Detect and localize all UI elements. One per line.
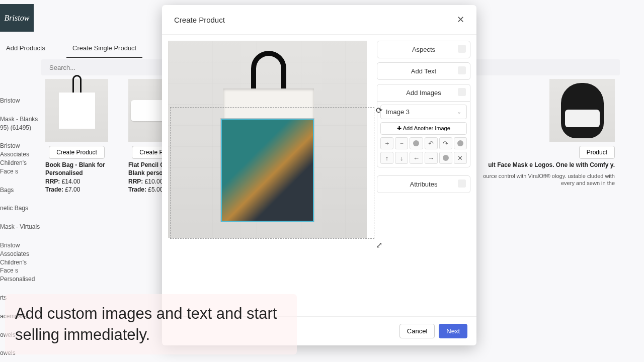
product-thumb[interactable]: [549, 79, 615, 142]
next-button[interactable]: Next: [439, 324, 467, 338]
design-canvas[interactable]: ⟳ ⤢: [168, 41, 367, 238]
product-title: ult Face Mask e Logos. One le with Comfy…: [469, 161, 615, 169]
create-product-button[interactable]: Product: [579, 146, 615, 159]
sidebar-item[interactable]: Bristow Associates Children's Face s: [0, 142, 41, 175]
chevron-down-icon: ⌄: [457, 109, 461, 115]
product-card: Create Product Book Bag - Blank for Pers…: [45, 79, 108, 193]
product-title: Book Bag - Blank for Personalised: [45, 161, 108, 177]
preset-icon[interactable]: [454, 137, 467, 149]
rotate-right-icon[interactable]: ↷: [439, 137, 452, 149]
camera-icon: [458, 88, 466, 96]
create-product-button[interactable]: Create Product: [49, 146, 105, 159]
preset-icon[interactable]: [410, 137, 423, 149]
product-card: Product ult Face Mask e Logos. One le wi…: [469, 79, 615, 187]
cancel-button[interactable]: Cancel: [399, 324, 435, 338]
product-rrp: RRP: £14.00: [45, 178, 108, 185]
sidebar-item[interactable]: Mask - Blanks 95) (61495): [0, 115, 41, 132]
tab-add-products[interactable]: Add Products: [0, 39, 51, 58]
brand-text: Bristow: [5, 14, 30, 23]
add-images-header[interactable]: Add Images: [377, 84, 470, 102]
sidebar-item[interactable]: Bristow: [0, 97, 41, 105]
delete-icon[interactable]: ✕: [454, 152, 467, 164]
move-up-icon[interactable]: ↑: [380, 152, 393, 164]
tab-create-single[interactable]: Create Single Product: [66, 39, 142, 58]
modal-header: Create Product ✕: [162, 5, 476, 35]
camera-icon: [458, 45, 466, 53]
resize-icon[interactable]: ⤢: [376, 240, 383, 247]
add-another-image-button[interactable]: ✚ Add Another Image: [380, 122, 467, 135]
brand-logo: Bristow: [0, 4, 34, 32]
add-text-button[interactable]: Add Text: [377, 62, 470, 80]
camera-icon: [458, 179, 466, 188]
aspects-button[interactable]: Aspects: [377, 41, 470, 58]
product-trade: Trade: £7.00: [45, 186, 108, 193]
move-left-icon[interactable]: ←: [410, 152, 423, 164]
move-down-icon[interactable]: ↓: [395, 152, 408, 164]
promo-caption: Add custom images and text and start sel…: [5, 294, 297, 354]
plus-icon: ✚: [397, 125, 401, 131]
sidebar-item[interactable]: Mask - Virtuals: [0, 223, 41, 231]
overlay-image[interactable]: [221, 119, 314, 222]
product-thumb[interactable]: [45, 79, 108, 142]
attributes-button[interactable]: Attributes: [377, 175, 470, 193]
camera-icon: [458, 66, 466, 74]
close-icon[interactable]: ✕: [457, 14, 464, 25]
product-description: ource control with ViralOff® ology. usta…: [469, 172, 615, 188]
rotate-left-icon[interactable]: ↶: [425, 137, 438, 149]
image-select[interactable]: Image 3 ⌄: [380, 105, 467, 119]
preset-icon[interactable]: [439, 152, 452, 164]
sidebar-item[interactable]: Bags: [0, 186, 41, 195]
sidebar-item[interactable]: netic Bags: [0, 204, 41, 213]
move-right-icon[interactable]: →: [425, 152, 438, 164]
editor-side-panel: Aspects Add Text Add Images Image 3 ⌄ ✚ …: [377, 41, 470, 310]
zoom-out-icon[interactable]: －: [395, 137, 408, 149]
zoom-in-icon[interactable]: ＋: [380, 137, 393, 149]
modal-title: Create Product: [174, 16, 225, 24]
rotate-icon[interactable]: ⟳: [376, 106, 383, 113]
sidebar-item[interactable]: Bristow Associates Children's Face s Per…: [0, 241, 41, 284]
